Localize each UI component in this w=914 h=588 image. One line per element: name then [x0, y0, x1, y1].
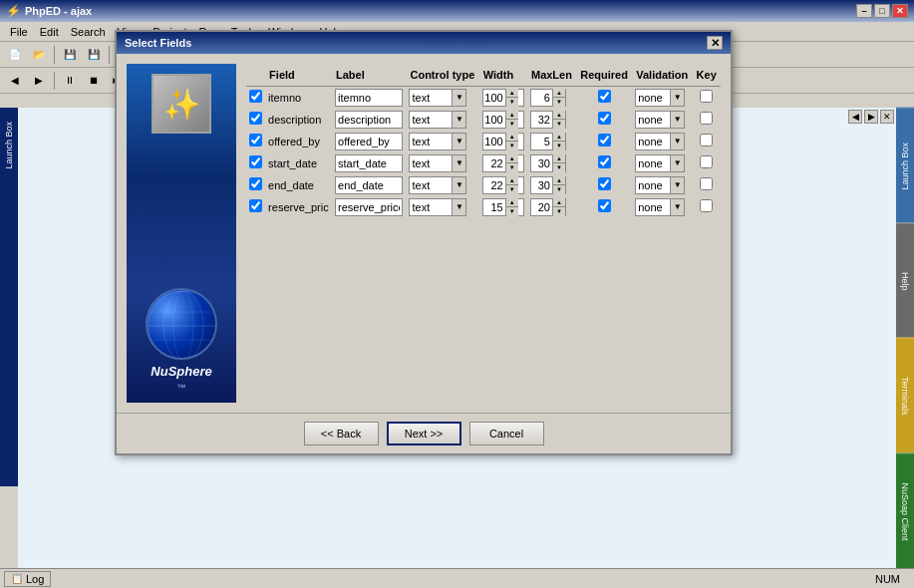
dialog-close-button[interactable]: ✕ [707, 36, 723, 50]
row-checkbox-0[interactable] [249, 90, 262, 103]
width-up-5[interactable]: ▲ [506, 198, 518, 207]
validation-arrow-0[interactable]: ▼ [670, 90, 684, 106]
required-checkbox-5[interactable] [598, 199, 611, 212]
row-checkbox-1[interactable] [249, 112, 262, 125]
width-up-0[interactable]: ▲ [506, 89, 518, 98]
key-checkbox-0[interactable] [700, 90, 713, 103]
prev-arrow[interactable]: ◀ [848, 110, 862, 124]
control-dropdown-1[interactable]: text ▼ [409, 111, 466, 129]
validation-dropdown-1[interactable]: none ▼ [635, 111, 685, 129]
control-arrow-2[interactable]: ▼ [452, 134, 465, 149]
menu-file[interactable]: File [4, 24, 34, 40]
save-all-btn[interactable]: 💾 [83, 44, 105, 66]
validation-dropdown-4[interactable]: none ▼ [635, 176, 685, 194]
width-up-3[interactable]: ▲ [506, 154, 518, 163]
app-close-button[interactable]: ✕ [892, 4, 908, 18]
minimize-button[interactable]: – [856, 4, 872, 18]
maxlen-down-3[interactable]: ▼ [553, 163, 565, 172]
maxlen-up-0[interactable]: ▲ [553, 89, 565, 98]
validation-dropdown-0[interactable]: none ▼ [635, 89, 685, 107]
control-dropdown-4[interactable]: text ▼ [409, 176, 466, 194]
code-explorer-tab[interactable]: Launch Box [2, 118, 16, 173]
log-tab[interactable]: 📋 Log [4, 571, 51, 587]
maxlen-down-4[interactable]: ▼ [553, 185, 565, 194]
width-down-4[interactable]: ▼ [506, 185, 518, 194]
cancel-button[interactable]: Cancel [469, 422, 544, 445]
width-down-3[interactable]: ▼ [506, 163, 518, 172]
validation-dropdown-2[interactable]: none ▼ [635, 133, 685, 150]
maxlen-up-1[interactable]: ▲ [553, 111, 565, 120]
validation-arrow-3[interactable]: ▼ [670, 155, 684, 171]
maxlen-down-1[interactable]: ▼ [553, 120, 565, 129]
control-arrow-0[interactable]: ▼ [452, 90, 465, 106]
label-input-4[interactable] [335, 176, 403, 194]
tb2-btn3[interactable]: ⏸ [59, 70, 81, 92]
width-down-5[interactable]: ▼ [506, 207, 518, 216]
control-arrow-3[interactable]: ▼ [452, 155, 465, 171]
new-btn[interactable]: 📄 [4, 44, 26, 66]
next-button[interactable]: Next >> [387, 422, 461, 445]
maxlen-up-2[interactable]: ▲ [553, 133, 565, 142]
key-checkbox-2[interactable] [700, 134, 713, 147]
tb2-btn1[interactable]: ◀ [4, 70, 26, 92]
label-input-0[interactable] [335, 89, 403, 107]
field-name-3: start_date [268, 157, 317, 169]
maxlen-down-0[interactable]: ▼ [553, 98, 565, 107]
menu-search[interactable]: Search [65, 24, 112, 40]
save-btn[interactable]: 💾 [59, 44, 81, 66]
row-checkbox-2[interactable] [249, 134, 262, 147]
key-checkbox-3[interactable] [700, 155, 713, 168]
row-checkbox-4[interactable] [249, 177, 262, 190]
maximize-button[interactable]: □ [874, 4, 890, 18]
open-btn[interactable]: 📂 [28, 44, 50, 66]
next-arrow[interactable]: ▶ [864, 110, 878, 124]
required-checkbox-3[interactable] [598, 155, 611, 168]
menu-edit[interactable]: Edit [34, 24, 65, 40]
label-input-3[interactable] [335, 154, 403, 172]
validation-dropdown-5[interactable]: none ▼ [635, 198, 685, 216]
key-checkbox-4[interactable] [700, 177, 713, 190]
back-button[interactable]: << Back [304, 422, 379, 445]
validation-arrow-4[interactable]: ▼ [670, 177, 684, 193]
required-checkbox-0[interactable] [598, 90, 611, 103]
control-dropdown-0[interactable]: text ▼ [409, 89, 466, 107]
maxlen-up-3[interactable]: ▲ [553, 154, 565, 163]
tb2-btn4[interactable]: ⏹ [83, 70, 105, 92]
key-checkbox-5[interactable] [700, 199, 713, 212]
control-dropdown-2[interactable]: text ▼ [409, 133, 466, 150]
width-down-2[interactable]: ▼ [506, 142, 518, 150]
required-checkbox-1[interactable] [598, 112, 611, 125]
maxlen-down-2[interactable]: ▼ [553, 142, 565, 150]
nusoap-tab[interactable]: NuSoap Client [896, 453, 914, 569]
width-up-1[interactable]: ▲ [506, 111, 518, 120]
width-up-2[interactable]: ▲ [506, 133, 518, 142]
help-tab[interactable]: Help [896, 223, 914, 339]
terminals-tab[interactable]: Terminals [896, 338, 914, 453]
validation-dropdown-3[interactable]: none ▼ [635, 154, 685, 172]
control-dropdown-5[interactable]: text ▼ [409, 198, 466, 216]
width-down-0[interactable]: ▼ [506, 98, 518, 107]
close-panel-btn[interactable]: ✕ [880, 110, 894, 124]
width-up-4[interactable]: ▲ [506, 176, 518, 185]
label-input-1[interactable] [335, 111, 403, 129]
required-checkbox-2[interactable] [598, 134, 611, 147]
maxlen-up-4[interactable]: ▲ [553, 176, 565, 185]
control-arrow-4[interactable]: ▼ [452, 177, 465, 193]
label-input-5[interactable] [335, 198, 403, 216]
validation-arrow-5[interactable]: ▼ [670, 199, 684, 215]
control-arrow-5[interactable]: ▼ [452, 199, 465, 215]
validation-arrow-2[interactable]: ▼ [670, 134, 684, 149]
required-checkbox-4[interactable] [598, 177, 611, 190]
maxlen-down-5[interactable]: ▼ [553, 207, 565, 216]
tb2-btn2[interactable]: ▶ [28, 70, 50, 92]
label-input-2[interactable] [335, 133, 403, 150]
launch-box-tab[interactable]: Launch Box [896, 108, 914, 223]
key-checkbox-1[interactable] [700, 112, 713, 125]
row-checkbox-3[interactable] [249, 155, 262, 168]
row-checkbox-5[interactable] [249, 199, 262, 212]
maxlen-up-5[interactable]: ▲ [553, 198, 565, 207]
control-dropdown-3[interactable]: text ▼ [409, 154, 466, 172]
control-arrow-1[interactable]: ▼ [452, 112, 465, 128]
validation-arrow-1[interactable]: ▼ [670, 112, 684, 128]
width-down-1[interactable]: ▼ [506, 120, 518, 129]
